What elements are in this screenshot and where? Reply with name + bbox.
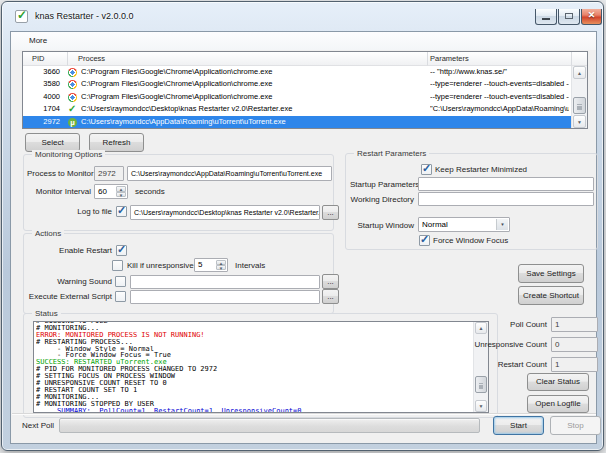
stepper-down-icon[interactable]	[116, 192, 126, 198]
startup-window-label: Startup Window	[350, 220, 414, 232]
scrollbar-thumb[interactable]	[573, 97, 586, 114]
warning-sound-label: Warning Sound	[42, 276, 112, 288]
utorrent-icon	[68, 118, 77, 127]
stop-button: Stop	[550, 416, 601, 435]
next-poll-label: Next Poll	[22, 420, 54, 432]
monitor-interval-stepper[interactable]: 60	[94, 184, 128, 199]
column-header-process[interactable]: Process	[68, 52, 428, 66]
process-list-scrollbar[interactable]: ▲ ▼	[571, 66, 587, 128]
log-path-field[interactable]: C:\Users\raymondcc\Desktop\knas Restarte…	[130, 205, 320, 220]
stepper-buttons	[116, 186, 126, 197]
process-path: C:\Users\raymondcc\Desktop\knas Restarte…	[81, 103, 426, 115]
startup-window-select[interactable]: Normal	[418, 217, 510, 232]
status-line: # MONITORING...	[36, 394, 472, 401]
stepper-down-icon[interactable]	[216, 265, 226, 270]
status-line: # MONITORING...	[36, 325, 472, 332]
minimize-icon	[542, 18, 550, 20]
create-shortcut-button[interactable]: Create Shortcut	[518, 286, 584, 305]
next-poll-progressbar	[59, 418, 480, 433]
monitored-pid-field[interactable]: 2972	[94, 166, 124, 181]
status-line: # SETTING FOCUS ON PROCESS WINDOW	[36, 373, 472, 380]
execute-script-label: Execute External Script	[27, 291, 112, 303]
process-pid: 3660	[23, 66, 60, 78]
window-title: knas Restarter - v2.0.0.0	[35, 2, 134, 30]
monitored-process-path-field[interactable]: C:\Users\raymondcc\AppData\Roaming\uTorr…	[127, 166, 332, 181]
intervals-label: Intervals	[235, 260, 265, 272]
working-directory-field[interactable]	[418, 192, 594, 206]
startup-window-value: Normal	[422, 218, 448, 231]
start-button[interactable]: Start	[493, 416, 544, 435]
status-line: - Force Window Focus = True	[36, 352, 472, 359]
status-label: Status	[32, 309, 61, 319]
menu-more[interactable]: More	[25, 32, 51, 50]
warning-sound-browse-button[interactable]: ...	[322, 274, 339, 289]
scroll-down-icon[interactable]: ▼	[475, 400, 487, 412]
restart-parameters-label: Restart Parameters	[354, 149, 429, 159]
stepper-buttons	[216, 260, 226, 270]
close-button[interactable]	[581, 9, 602, 25]
process-path: C:\Users\raymondcc\AppData\Roaming\uTorr…	[81, 116, 426, 128]
scroll-up-icon[interactable]: ▲	[573, 66, 586, 79]
check-icon	[68, 105, 77, 114]
force-focus-checkbox[interactable]	[419, 235, 430, 246]
process-rows: 3660C:\Program Files\Google\Chrome\Appli…	[23, 66, 571, 128]
footer-divider	[12, 413, 596, 415]
process-path: C:\Program Files\Google\Chrome\Applicati…	[81, 91, 426, 103]
save-settings-button[interactable]: Save Settings	[518, 264, 584, 283]
enable-restart-checkbox[interactable]	[116, 245, 127, 256]
execute-script-checkbox[interactable]	[115, 291, 126, 302]
process-pid: 3580	[23, 78, 60, 90]
startup-parameters-field[interactable]	[418, 177, 594, 191]
keep-minimized-checkbox[interactable]	[421, 164, 432, 175]
status-line: # RESTARTING PROCESS...	[36, 339, 472, 346]
process-row[interactable]: 4000C:\Program Files\Google\Chrome\Appli…	[23, 91, 571, 103]
process-parameters: --type=renderer --touch-events=disabled …	[430, 91, 569, 103]
process-path: C:\Program Files\Google\Chrome\Applicati…	[81, 78, 426, 90]
log-to-file-checkbox[interactable]	[116, 206, 127, 217]
maximize-button[interactable]	[558, 9, 580, 25]
warning-sound-checkbox[interactable]	[115, 276, 126, 287]
status-line: # UNRESPONSIVE COUNT RESET TO 0	[36, 380, 472, 387]
open-logfile-button[interactable]: Open Logfile	[527, 395, 589, 413]
monitor-interval-label: Monitor Interval	[27, 186, 91, 198]
execute-script-path-field[interactable]	[130, 290, 320, 304]
poll-count-label: Poll Count	[482, 319, 547, 331]
enable-restart-label: Enable Restart	[42, 245, 112, 257]
status-console[interactable]: # LOGGING TO FILE# MONITORING...ERROR: M…	[33, 321, 489, 413]
kill-intervals-stepper[interactable]: 5	[194, 258, 228, 272]
status-line: ERROR: MONITORED PROCESS IS NOT RUNNING!	[36, 332, 472, 339]
process-to-monitor-label: Process to Monitor	[27, 168, 91, 180]
minimize-button[interactable]	[535, 9, 557, 25]
chevron-down-icon[interactable]	[496, 219, 508, 230]
process-row[interactable]: 2972C:\Users\raymondcc\AppData\Roaming\u…	[23, 116, 571, 128]
status-line: # MONITORING STOPPED BY USER	[36, 401, 472, 408]
column-header-parameters[interactable]: Parameters	[428, 52, 572, 66]
process-row[interactable]: 3580C:\Program Files\Google\Chrome\Appli…	[23, 78, 571, 90]
column-header-filler	[572, 52, 587, 66]
scroll-down-icon[interactable]: ▼	[573, 115, 586, 128]
chrome-icon	[68, 80, 77, 89]
menu-bar: More	[11, 32, 596, 50]
execute-script-browse-button[interactable]: ...	[322, 289, 339, 304]
process-pid: 4000	[23, 91, 60, 103]
app-icon	[15, 10, 28, 23]
working-directory-label: Working Directory	[350, 194, 414, 206]
warning-sound-path-field[interactable]	[130, 275, 320, 289]
clear-status-button[interactable]: Clear Status	[527, 373, 589, 391]
process-row[interactable]: 1704C:\Users\raymondcc\Desktop\knas Rest…	[23, 103, 571, 115]
stepper-up-icon[interactable]	[116, 186, 126, 192]
process-parameters: --type=renderer --touch-events=disabled …	[430, 78, 569, 90]
monitoring-options-label: Monitoring Options	[32, 150, 105, 160]
process-row[interactable]: 3660C:\Program Files\Google\Chrome\Appli…	[23, 66, 571, 78]
chrome-icon	[68, 93, 77, 102]
log-browse-button[interactable]: ...	[322, 205, 339, 220]
column-header-pid[interactable]: PID	[23, 52, 68, 66]
process-path: C:\Program Files\Google\Chrome\Applicati…	[81, 66, 426, 78]
restart-count-label: Restart Count	[482, 359, 547, 371]
maximize-icon	[565, 13, 573, 19]
process-list: PID Process Parameters 3660C:\Program Fi…	[22, 51, 588, 129]
startup-parameters-label: Startup Parameters	[350, 179, 414, 191]
kill-if-unresponsive-checkbox[interactable]	[112, 260, 123, 271]
process-pid: 1704	[23, 103, 60, 115]
scrollbar-thumb[interactable]	[475, 376, 487, 393]
